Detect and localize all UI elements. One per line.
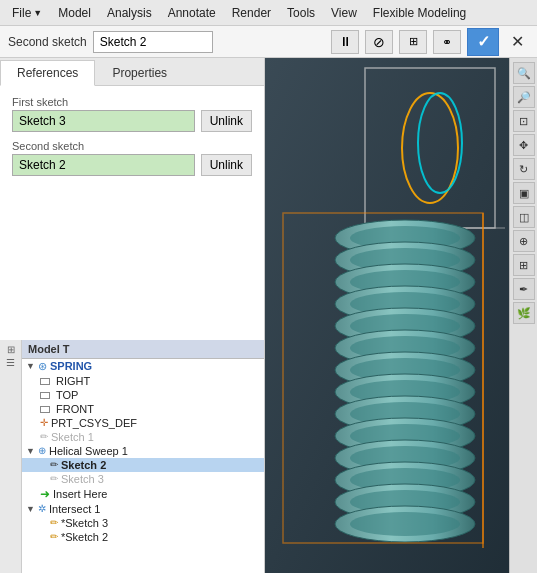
- annotation-button[interactable]: ✒: [513, 278, 535, 300]
- check-icon: ✓: [477, 32, 490, 51]
- tree-item-spring[interactable]: ▼ ⊛ SPRING: [22, 359, 264, 374]
- section-button[interactable]: ⊞: [513, 254, 535, 276]
- grid-button[interactable]: ⊞: [399, 30, 427, 54]
- svg-point-32: [350, 512, 460, 536]
- tree-header: Model T: [22, 340, 264, 359]
- second-sketch-field-label: Second sketch: [12, 140, 252, 152]
- tree-item-sketch1[interactable]: ✏ Sketch 1: [22, 430, 264, 444]
- tree-item-helical-sweep[interactable]: ▼ ⊕ Helical Sweep 1: [22, 444, 264, 458]
- pause-button[interactable]: ⏸: [331, 30, 359, 54]
- toolbar: Second sketch ⏸ ⊘ ⊞ ⚭ ✓ ✕: [0, 26, 537, 58]
- measure-button[interactable]: ⊕: [513, 230, 535, 252]
- first-sketch-input[interactable]: [12, 110, 195, 132]
- cancel-button[interactable]: ✕: [505, 30, 529, 54]
- accept-button[interactable]: ✓: [467, 28, 499, 56]
- second-sketch-row: Unlink: [12, 154, 252, 176]
- spring-icon: ⊛: [38, 360, 47, 373]
- tree-item-insert-here[interactable]: ➜ Insert Here: [22, 486, 264, 502]
- menubar: File ▼ Model Analysis Annotate Render To…: [0, 0, 537, 26]
- display-mode-button[interactable]: ◫: [513, 206, 535, 228]
- tree-button[interactable]: 🌿: [513, 302, 535, 324]
- main-area: References Properties First sketch Unlin…: [0, 58, 537, 573]
- zoom-fit-button[interactable]: ⊡: [513, 110, 535, 132]
- tree-icons-column: ⊞ ☰: [0, 340, 22, 574]
- x-icon: ✕: [511, 33, 524, 50]
- zoom-out-button[interactable]: 🔎: [513, 86, 535, 108]
- insert-here-icon: ➜: [40, 487, 50, 501]
- right-plane-icon: [40, 375, 53, 387]
- rotate-button[interactable]: ↻: [513, 158, 535, 180]
- tab-properties[interactable]: Properties: [95, 60, 184, 85]
- spring-3d-view: [265, 58, 537, 573]
- no-button[interactable]: ⊘: [365, 30, 393, 54]
- zoom-in-button[interactable]: 🔍: [513, 62, 535, 84]
- tree-item-right[interactable]: RIGHT: [22, 374, 264, 388]
- expand-intersect[interactable]: ▼: [26, 504, 36, 514]
- viewport[interactable]: 🔍 🔎 ⊡ ✥ ↻ ▣ ◫ ⊕ ⊞ ✒ 🌿: [265, 58, 537, 573]
- second-sketch-field-input[interactable]: [12, 154, 195, 176]
- tree-item-intersect1[interactable]: ▼ ✲ Intersect 1: [22, 502, 264, 516]
- right-toolbar: 🔍 🔎 ⊡ ✥ ↻ ▣ ◫ ⊕ ⊞ ✒ 🌿: [509, 58, 537, 573]
- sketch2b-icon: ✏: [50, 531, 58, 542]
- helical-icon: ⊕: [38, 445, 46, 456]
- intersect-icon: ✲: [38, 503, 46, 514]
- tree-item-sketch2[interactable]: ✏ Sketch 2: [22, 458, 264, 472]
- first-sketch-label: First sketch: [12, 96, 252, 108]
- tree-item-sketch3b[interactable]: ✏ *Sketch 3: [22, 516, 264, 530]
- tree-panel: Model T ▼ ⊛ SPRING RIGHT TOP: [22, 340, 264, 574]
- menu-annotate[interactable]: Annotate: [160, 3, 224, 23]
- sketch1-icon: ✏: [40, 431, 48, 442]
- menu-render[interactable]: Render: [224, 3, 279, 23]
- first-sketch-row: Unlink: [12, 110, 252, 132]
- tree-item-sketch3[interactable]: ✏ Sketch 3: [22, 472, 264, 486]
- sketch2-icon: ✏: [50, 459, 58, 470]
- menu-tools[interactable]: Tools: [279, 3, 323, 23]
- left-panel: References Properties First sketch Unlin…: [0, 58, 265, 573]
- tabs-bar: References Properties: [0, 58, 264, 86]
- top-plane-icon: [40, 389, 53, 401]
- tree-item-top[interactable]: TOP: [22, 388, 264, 402]
- unlink-second-button[interactable]: Unlink: [201, 154, 252, 176]
- panel-content: First sketch Unlink Second sketch Unlink: [0, 86, 264, 340]
- tree-item-front[interactable]: FRONT: [22, 402, 264, 416]
- glasses-button[interactable]: ⚭: [433, 30, 461, 54]
- unlink-first-button[interactable]: Unlink: [201, 110, 252, 132]
- file-dropdown-arrow: ▼: [33, 8, 42, 18]
- second-sketch-input[interactable]: [93, 31, 213, 53]
- model-tree: ⊞ ☰ Model T ▼ ⊛ SPRING RIGHT: [0, 340, 264, 574]
- csys-icon: ✛: [40, 417, 48, 428]
- tree-item-sketch2b[interactable]: ✏ *Sketch 2: [22, 530, 264, 544]
- tree-icon-list[interactable]: ☰: [6, 357, 15, 368]
- menu-flexible-modeling[interactable]: Flexible Modeling: [365, 3, 474, 23]
- front-plane-icon: [40, 403, 53, 415]
- sketch3-icon: ✏: [50, 473, 58, 484]
- tree-icon-grid[interactable]: ⊞: [7, 344, 15, 355]
- second-sketch-label: Second sketch: [8, 35, 87, 49]
- tab-references[interactable]: References: [0, 60, 95, 86]
- expand-helical[interactable]: ▼: [26, 446, 36, 456]
- menu-model[interactable]: Model: [50, 3, 99, 23]
- tree-item-csys[interactable]: ✛ PRT_CSYS_DEF: [22, 416, 264, 430]
- view-options-button[interactable]: ▣: [513, 182, 535, 204]
- menu-analysis[interactable]: Analysis: [99, 3, 160, 23]
- sketch3b-icon: ✏: [50, 517, 58, 528]
- menu-view[interactable]: View: [323, 3, 365, 23]
- menu-file[interactable]: File ▼: [4, 3, 50, 23]
- pan-button[interactable]: ✥: [513, 134, 535, 156]
- expand-spring[interactable]: ▼: [26, 361, 36, 371]
